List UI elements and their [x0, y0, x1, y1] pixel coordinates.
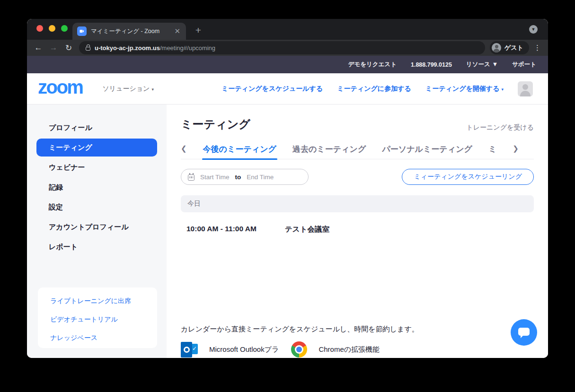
reload-icon[interactable]: ↻	[61, 43, 76, 53]
chrome-icon	[291, 341, 307, 357]
sidebar-item-settings[interactable]: 設定	[27, 197, 167, 217]
chevron-down-icon: ▾	[501, 87, 504, 92]
tab-meeting-templates-truncated[interactable]: ミ	[488, 139, 496, 159]
guest-profile-badge[interactable]: ゲスト	[490, 41, 529, 54]
meeting-time: 10:00 AM - 11:00 AM	[186, 225, 285, 235]
back-icon[interactable]: ←	[31, 43, 46, 52]
sidebar-item-profile[interactable]: プロフィール	[27, 118, 167, 138]
url-path: /meeting#/upcoming	[160, 44, 215, 52]
knowledge-base-link[interactable]: ナレッジベース	[50, 334, 157, 342]
calendar-integrations-section: カレンダーから直接ミーティングをスケジュールし、時間を節約します。 ✓ Micr…	[181, 325, 534, 357]
sidebar-item-account-profile[interactable]: アカウントプロフィール	[27, 217, 167, 237]
tab-upcoming-meetings[interactable]: 今後のミーティング	[203, 139, 276, 159]
forward-icon[interactable]: →	[46, 43, 61, 52]
browser-tab[interactable]: マイミーティング - Zoom ✕	[72, 23, 186, 40]
chevron-down-icon: ▼	[492, 61, 498, 68]
date-range-input[interactable]: Start Time to End Time	[181, 169, 309, 185]
start-time-placeholder[interactable]: Start Time	[200, 174, 230, 181]
outlook-plugin-label: Microsoft Outlookプラ	[209, 345, 279, 354]
sidebar-item-reports[interactable]: レポート	[27, 237, 167, 257]
url-host: u-tokyo-ac-jp.zoom.us	[95, 44, 160, 52]
chat-bubble-icon	[518, 328, 530, 336]
guest-label: ゲスト	[504, 44, 523, 52]
sidebar-item-recordings[interactable]: 記録	[27, 177, 167, 197]
browser-toolbar: ← → ↻ u-tokyo-ac-jp.zoom.us/meeting#/upc…	[27, 40, 548, 56]
window-chevron-down-icon[interactable]: ▼	[529, 25, 538, 34]
chat-support-button[interactable]	[511, 319, 537, 346]
lock-icon	[86, 47, 90, 51]
tab-close-icon[interactable]: ✕	[173, 27, 181, 35]
tab-previous-meetings[interactable]: 過去のミーティング	[292, 139, 366, 159]
site-header: zoom ソリューション▾ ミーティングをスケジュールする ミーティングに参加す…	[27, 73, 548, 105]
host-meeting-menu[interactable]: ミーティングを開催する▾	[425, 85, 504, 93]
browser-menu-icon[interactable]: ⋮	[534, 44, 541, 52]
tab-strip: マイミーティング - Zoom ✕ + ▼	[27, 19, 548, 40]
calendar-hint-text: カレンダーから直接ミーティングをスケジュールし、時間を節約します。	[181, 325, 534, 334]
window-minimize-button[interactable]	[49, 25, 55, 32]
resources-menu[interactable]: リソース▼	[466, 61, 498, 69]
request-demo-link[interactable]: デモをリクエスト	[348, 61, 397, 69]
support-link[interactable]: サポート	[512, 61, 536, 69]
end-time-placeholder[interactable]: End Time	[247, 174, 274, 181]
phone-number: 1.888.799.0125	[411, 61, 452, 68]
url-bar[interactable]: u-tokyo-ac-jp.zoom.us/meeting#/upcoming	[79, 41, 485, 54]
today-section-header: 今日	[181, 195, 534, 212]
join-meeting-link[interactable]: ミーティングに参加する	[337, 85, 411, 93]
tab-scroll-right-icon[interactable]: ❯	[513, 144, 519, 155]
calendar-icon	[188, 174, 195, 181]
meeting-tabs: ❮ 今後のミーティング 過去のミーティング パーソナルミーティング ミ ❯	[181, 139, 534, 159]
sidebar-item-webinars[interactable]: ウェビナー	[27, 157, 167, 177]
video-tutorials-link[interactable]: ビデオチュートリアル	[50, 315, 157, 324]
outlook-plugin-item[interactable]: ✓ Microsoft Outlookプラ	[181, 342, 279, 357]
solutions-menu[interactable]: ソリューション▾	[102, 85, 154, 93]
page-title: ミーティング	[181, 117, 250, 132]
chrome-extension-label: Chromeの拡張機能	[318, 345, 380, 354]
window-zoom-button[interactable]	[61, 25, 68, 32]
tab-title: マイミーティング - Zoom	[91, 27, 169, 35]
chrome-extension-item[interactable]: Chromeの拡張機能	[291, 341, 380, 357]
window-close-button[interactable]	[36, 25, 43, 32]
sidebar-item-meetings[interactable]: ミーティング	[36, 139, 157, 157]
profile-avatar[interactable]	[518, 81, 533, 96]
browser-window: マイミーティング - Zoom ✕ + ▼ ← → ↻ u-tokyo-ac-j…	[27, 19, 548, 358]
get-training-link[interactable]: トレーニングを受ける	[466, 123, 534, 132]
date-range-to-label: to	[235, 174, 241, 181]
meeting-row[interactable]: 10:00 AM - 11:00 AM テスト会議室	[181, 225, 534, 235]
zoom-logo[interactable]: zoom	[38, 78, 82, 100]
chevron-down-icon: ▾	[151, 87, 154, 92]
site-top-nav: デモをリクエスト 1.888.799.0125 リソース▼ サポート	[27, 56, 548, 73]
attend-live-training-link[interactable]: ライブトレーニングに出席	[50, 297, 157, 305]
main-panel: ミーティング トレーニングを受ける ❮ 今後のミーティング 過去のミーティング …	[167, 105, 548, 358]
today-label: 今日	[187, 200, 201, 208]
tab-scroll-left-icon[interactable]: ❮	[181, 144, 187, 155]
sidebar: プロフィール ミーティング ウェビナー 記録 設定 アカウントプロフィール レポ…	[27, 105, 167, 358]
new-tab-button[interactable]: +	[192, 24, 205, 37]
tab-personal-meetings[interactable]: パーソナルミーティング	[382, 139, 472, 159]
guest-avatar-icon	[492, 43, 501, 52]
schedule-meeting-button[interactable]: ミィーティングをスケジューリング	[402, 169, 534, 185]
meeting-topic[interactable]: テスト会議室	[285, 225, 329, 235]
schedule-meeting-link[interactable]: ミーティングをスケジュールする	[221, 85, 323, 93]
sidebar-footer-card: ライブトレーニングに出席 ビデオチュートリアル ナレッジベース	[38, 287, 157, 348]
zoom-favicon-icon	[77, 26, 87, 36]
outlook-icon: ✓	[181, 342, 198, 357]
